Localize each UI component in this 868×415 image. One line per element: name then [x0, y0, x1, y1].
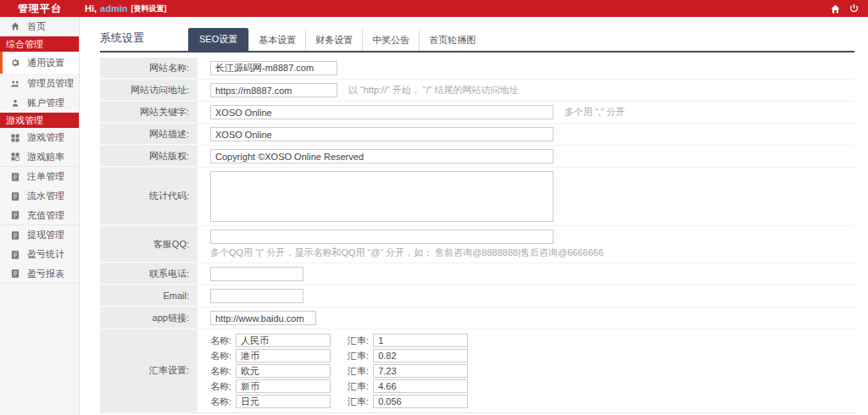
- sidebar-item-label: 提现管理: [27, 229, 64, 241]
- rate-value-label: 汇率:: [348, 365, 369, 378]
- rate-value-label: 汇率:: [348, 335, 369, 347]
- site-name-input[interactable]: [210, 61, 337, 75]
- sidebar-item-label: 通用设置: [27, 57, 64, 69]
- rate-row: 名称: 汇率:: [210, 379, 468, 393]
- copyright-input[interactable]: [210, 149, 554, 163]
- sidebar-item-account-management[interactable]: 账户管理: [0, 93, 79, 113]
- field-label: 统计代码:: [100, 168, 198, 225]
- sidebar-item-label: 盈亏报表: [27, 268, 64, 280]
- greeting: Hi, admin [资料设置]: [85, 3, 166, 14]
- rate-name-input[interactable]: [236, 379, 331, 393]
- topbar-actions: [830, 0, 860, 17]
- form-row-keywords: 网站关键字: 多个用 “,” 分开: [100, 102, 854, 124]
- top-bar: 管理平台 Hi, admin [资料设置]: [0, 0, 868, 17]
- form-row-site-url: 网站访问地址: 以 “http://” 开始， “/” 结尾的网站访问地址: [100, 80, 854, 102]
- tab-finance-settings[interactable]: 财务设置: [305, 30, 362, 51]
- rate-name-input[interactable]: [236, 334, 331, 347]
- document-icon: [10, 172, 20, 182]
- rate-value-input[interactable]: [373, 379, 468, 393]
- app-title: 管理平台: [0, 2, 80, 16]
- form-row-stats-code: 统计代码:: [100, 168, 854, 226]
- tab-basic-settings[interactable]: 基本设置: [248, 30, 305, 51]
- rate-name-input[interactable]: [236, 395, 331, 408]
- tab-home-carousel[interactable]: 首页轮播图: [419, 30, 485, 51]
- form-row-site-name: 网站名称:: [100, 58, 854, 80]
- field-label: 客服QQ:: [100, 226, 198, 263]
- site-url-input[interactable]: [210, 83, 337, 97]
- sidebar: 首页 综合管理 通用设置 管理员管理 账户管理 游戏管理 游戏管理 游戏赔率 注…: [0, 17, 80, 415]
- rate-value-input[interactable]: [373, 349, 468, 362]
- username-link[interactable]: admin: [100, 3, 127, 14]
- rate-value-input[interactable]: [373, 395, 468, 408]
- sidebar-item-label: 注单管理: [27, 170, 64, 183]
- field-label: 网站描述:: [100, 124, 198, 145]
- form-row-exchange-rates: 汇率设置: 名称: 汇率: 名称: 汇率: 名称: 汇率:: [100, 329, 854, 412]
- form-row-description: 网站描述:: [100, 124, 854, 146]
- sidebar-item-game-management[interactable]: 游戏管理: [0, 128, 79, 147]
- sidebar-item-general-settings[interactable]: 通用设置: [0, 52, 79, 74]
- sidebar-item-label: 游戏管理: [27, 131, 64, 144]
- sidebar-item-withdraw-management[interactable]: 提现管理: [0, 225, 79, 245]
- rate-name-label: 名称:: [210, 350, 231, 362]
- sidebar-item-label: 流水管理: [27, 190, 64, 202]
- rate-name-input[interactable]: [236, 349, 331, 362]
- sidebar-item-label: 管理员管理: [27, 77, 74, 90]
- home-icon[interactable]: [830, 3, 841, 14]
- field-label: 联系电话:: [100, 263, 198, 285]
- sidebar-item-recharge-management[interactable]: 充值管理: [0, 206, 79, 225]
- sidebar-item-profit-stats[interactable]: 盈亏统计: [0, 245, 79, 264]
- greeting-prefix: Hi,: [85, 3, 97, 14]
- seo-settings-form: 网站名称: 网站访问地址: 以 “http://” 开始， “/” 结尾的网站访…: [100, 58, 854, 413]
- document-icon: [10, 191, 20, 202]
- rate-name-input[interactable]: [236, 364, 331, 378]
- form-row-phone: 联系电话:: [100, 263, 854, 285]
- rate-name-label: 名称:: [210, 335, 231, 347]
- stats-code-textarea[interactable]: [210, 171, 554, 222]
- field-label: 网站版权:: [100, 146, 198, 167]
- service-qq-input[interactable]: [210, 230, 554, 244]
- field-label: Email:: [100, 285, 198, 307]
- form-row-email: Email:: [100, 285, 854, 307]
- rate-name-label: 名称:: [210, 380, 231, 393]
- phone-input[interactable]: [210, 267, 303, 281]
- tab-seo-settings[interactable]: SEO设置: [188, 28, 248, 51]
- keywords-input[interactable]: [210, 105, 554, 119]
- sidebar-item-label: 盈亏统计: [27, 248, 64, 261]
- app-link-input[interactable]: [210, 311, 316, 325]
- description-input[interactable]: [210, 127, 554, 141]
- rate-value-label: 汇率:: [348, 380, 369, 393]
- rate-value-input[interactable]: [373, 364, 468, 378]
- email-input[interactable]: [210, 289, 303, 303]
- power-icon[interactable]: [849, 3, 860, 14]
- sidebar-item-bet-management[interactable]: 注单管理: [0, 167, 79, 186]
- tabs: SEO设置 基本设置 财务设置 中奖公告 首页轮播图: [188, 28, 485, 51]
- user-icon: [10, 98, 20, 108]
- rate-row: 名称: 汇率:: [210, 334, 468, 347]
- rate-row: 名称: 汇率:: [210, 349, 468, 362]
- service-qq-hint: 多个QQ用 “|” 分开，显示名称和QQ用 “@” 分开，如： 售前咨询@888…: [210, 246, 604, 259]
- sidebar-item-admin-management[interactable]: 管理员管理: [0, 74, 79, 93]
- document-icon: [10, 230, 20, 241]
- users-icon: [10, 79, 20, 89]
- sidebar-item-profit-report[interactable]: 盈亏报表: [0, 264, 79, 284]
- sidebar-item-home[interactable]: 首页: [0, 17, 79, 36]
- sidebar-item-game-odds[interactable]: 游戏赔率: [0, 147, 79, 167]
- rate-value-input[interactable]: [373, 334, 468, 347]
- rate-row: 名称: 汇率:: [210, 395, 468, 408]
- tab-bar: 系统设置 SEO设置 基本设置 财务设置 中奖公告 首页轮播图: [100, 28, 854, 53]
- rate-value-label: 汇率:: [348, 350, 369, 362]
- exchange-rate-list: 名称: 汇率: 名称: 汇率: 名称: 汇率:: [198, 329, 468, 412]
- home-icon: [10, 21, 20, 31]
- field-label: 网站名称:: [100, 58, 198, 79]
- main-content: 系统设置 SEO设置 基本设置 财务设置 中奖公告 首页轮播图 网站名称: 网站…: [81, 17, 868, 415]
- sidebar-item-flow-management[interactable]: 流水管理: [0, 186, 79, 206]
- sidebar-item-label: 游戏赔率: [27, 151, 64, 163]
- sidebar-item-label: 首页: [27, 20, 46, 33]
- field-label: 网站关键字:: [100, 102, 198, 123]
- profile-settings-link[interactable]: [资料设置]: [131, 3, 166, 14]
- field-label: app链接:: [100, 307, 198, 329]
- field-label: 网站访问地址:: [100, 80, 198, 101]
- rate-name-label: 名称:: [210, 365, 231, 378]
- form-row-service-qq: 客服QQ: 多个QQ用 “|” 分开，显示名称和QQ用 “@” 分开，如： 售前…: [100, 226, 854, 263]
- tab-winning-announcement[interactable]: 中奖公告: [362, 30, 419, 51]
